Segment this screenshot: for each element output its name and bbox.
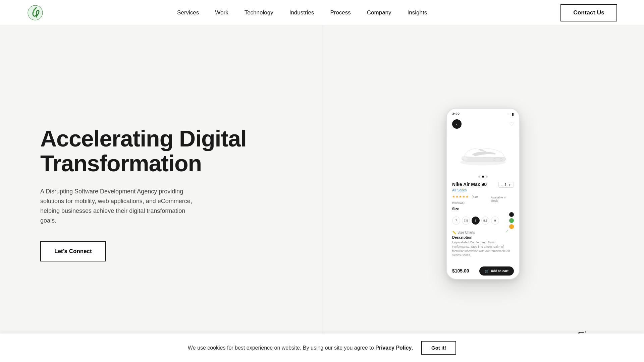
quantity-control[interactable]: - 1 + xyxy=(498,182,514,188)
hero-description: A Disrupting Software Development Agency… xyxy=(40,187,201,225)
phone-status-bar: 3:22 ⋅⋅ ▮ xyxy=(447,109,519,117)
svg-point-0 xyxy=(28,5,43,20)
nav-company[interactable]: Company xyxy=(367,9,391,16)
add-to-cart-button[interactable]: 🛒 Add to cart xyxy=(479,266,514,276)
wishlist-icon[interactable]: ♡ xyxy=(509,121,514,127)
stock-status: Available in stock xyxy=(491,196,514,202)
size-charts-row: 📏 Size Charts xyxy=(452,231,514,234)
wifi-icon: ⋅⋅ xyxy=(508,112,511,116)
rating-row: ★★★★★ (410 Reviews) Available in stock xyxy=(452,193,514,205)
hero-left: Accelerating Digital Transformation A Di… xyxy=(0,25,322,362)
product-image-area xyxy=(447,131,519,174)
image-dots-indicator xyxy=(447,174,519,179)
cookie-message-text: We use cookies for best experience on we… xyxy=(188,345,374,351)
size-7-5[interactable]: 7.5 xyxy=(462,217,470,225)
phone-time: 3:22 xyxy=(452,112,460,116)
nav-insights[interactable]: Insights xyxy=(408,9,427,16)
nav-technology[interactable]: Technology xyxy=(245,9,273,16)
header: Services Work Technology Industries Proc… xyxy=(0,0,644,25)
shoe-image xyxy=(456,136,510,170)
section-divider xyxy=(322,25,322,362)
quantity-minus[interactable]: - xyxy=(501,183,503,187)
swatch-black[interactable] xyxy=(509,212,514,217)
product-name: Nike Air Max 90 xyxy=(452,182,487,187)
color-swatches xyxy=(509,212,514,229)
description-label: Description xyxy=(452,235,514,239)
svg-point-2 xyxy=(493,158,503,162)
size-8-5[interactable]: 8.5 xyxy=(481,217,489,225)
product-top-row: Nike Air Max 90 - 1 + xyxy=(452,182,514,188)
product-info: Nike Air Max 90 - 1 + Air Series ★★★★★ (… xyxy=(447,179,519,262)
nav-work[interactable]: Work xyxy=(215,9,228,16)
nav-services[interactable]: Services xyxy=(177,9,199,16)
phone-mockup: 3:22 ⋅⋅ ▮ ‹ ♡ xyxy=(446,108,520,279)
privacy-policy-link[interactable]: Privacy Policy xyxy=(375,345,412,351)
size-label: Size xyxy=(452,207,514,211)
logo[interactable] xyxy=(27,4,44,21)
checkmark-icon: ✓ xyxy=(506,230,508,233)
add-to-cart-label: Add to cart xyxy=(491,269,508,273)
quantity-plus[interactable]: + xyxy=(509,183,511,187)
product-line: Air Series xyxy=(452,188,514,192)
hero-right: 3:22 ⋅⋅ ▮ ‹ ♡ xyxy=(322,25,644,362)
description-text: Unparalleled Comfort and Stylish Perform… xyxy=(452,240,514,257)
lets-connect-button[interactable]: Let's Connect xyxy=(40,241,106,261)
phone-app-bar: ‹ ♡ xyxy=(447,117,519,131)
cookie-period: . xyxy=(412,345,413,351)
status-icons: ⋅⋅ ▮ xyxy=(508,112,514,116)
main-nav: Services Work Technology Industries Proc… xyxy=(177,9,427,16)
dot-1 xyxy=(478,176,480,178)
size-7[interactable]: 7 xyxy=(452,217,460,225)
star-rating: ★★★★★ xyxy=(452,195,469,198)
back-button[interactable]: ‹ xyxy=(452,119,462,129)
battery-icon: ▮ xyxy=(512,112,514,116)
swatch-green[interactable] xyxy=(509,218,514,223)
size-charts-text[interactable]: Size Charts xyxy=(458,231,475,234)
rating-area: ★★★★★ (410 Reviews) xyxy=(452,193,491,205)
size-9[interactable]: 9 xyxy=(491,217,499,225)
add-to-cart-row: $105.00 🛒 Add to cart xyxy=(447,263,519,279)
main-content: Accelerating Digital Transformation A Di… xyxy=(0,0,644,362)
cookie-banner: We use cookies for best experience on we… xyxy=(0,334,644,362)
cookie-message: We use cookies for best experience on we… xyxy=(188,345,413,351)
cart-icon: 🛒 xyxy=(485,269,489,273)
back-arrow-icon: ‹ xyxy=(456,122,458,127)
dot-3 xyxy=(486,176,488,178)
size-8-selected[interactable]: 8 xyxy=(472,217,480,225)
swatch-orange[interactable] xyxy=(509,224,514,229)
quantity-value: 1 xyxy=(504,183,506,187)
size-options: 7 7.5 8 8.5 9 xyxy=(452,217,499,225)
size-row: 7 7.5 8 8.5 9 xyxy=(452,212,514,229)
nav-industries[interactable]: Industries xyxy=(289,9,314,16)
got-it-button[interactable]: Got it! xyxy=(421,341,456,355)
ruler-icon: 📏 xyxy=(452,231,456,234)
dot-2 xyxy=(482,176,484,178)
product-price: $105.00 xyxy=(452,268,469,274)
contact-us-button[interactable]: Contact Us xyxy=(560,4,617,21)
nav-process[interactable]: Process xyxy=(330,9,351,16)
hero-title: Accelerating Digital Transformation xyxy=(40,126,282,176)
